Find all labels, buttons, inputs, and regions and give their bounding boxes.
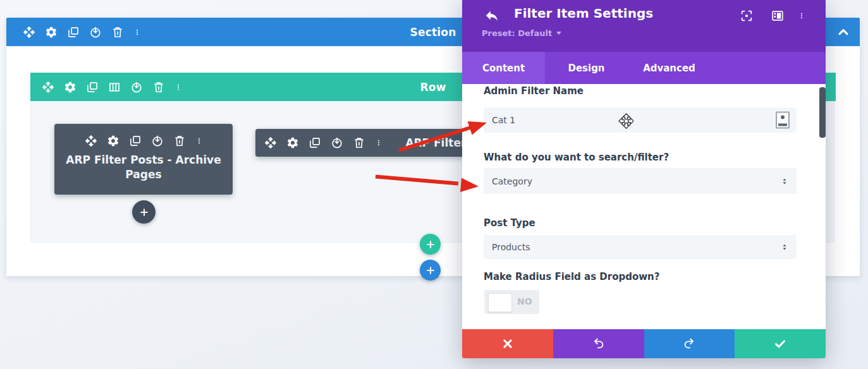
divi-builder-canvas: Section Row — [0, 0, 868, 369]
search-filter-select[interactable]: Category — [484, 168, 797, 194]
select-arrows-icon — [780, 176, 789, 186]
duplicate-icon[interactable] — [129, 135, 142, 147]
save-to-library-icon[interactable] — [130, 81, 143, 94]
check-icon — [773, 337, 787, 351]
move-icon[interactable] — [42, 81, 54, 94]
duplicate-icon[interactable] — [86, 81, 99, 94]
module-toolbar — [54, 124, 233, 147]
move-icon[interactable] — [85, 135, 97, 147]
save-to-library-icon[interactable] — [151, 135, 164, 147]
split-view-icon[interactable] — [771, 9, 785, 23]
plus-icon — [138, 207, 150, 218]
module-label: ARP Filter Posts - Archive Pages — [54, 153, 233, 182]
trash-icon[interactable] — [111, 26, 124, 39]
field-label: Admin Filter Name — [484, 85, 584, 97]
field-label: Make Radius Field as Dropdown? — [484, 271, 660, 282]
more-options-icon[interactable] — [375, 136, 382, 149]
modal-scrollbar-thumb[interactable] — [819, 87, 826, 138]
tab-advanced[interactable]: Advanced — [628, 52, 711, 84]
trash-icon[interactable] — [152, 81, 165, 94]
chevron-up-icon[interactable] — [835, 24, 852, 40]
modal-header: Filter Item Settings Preset: Default — [462, 0, 826, 52]
gear-icon[interactable] — [45, 26, 58, 39]
more-options-icon[interactable] — [133, 26, 141, 39]
gear-icon[interactable] — [286, 136, 299, 149]
save-to-library-icon[interactable] — [89, 26, 102, 39]
search-filter-value: Category — [492, 176, 532, 186]
field-label: What do you want to search/filter? — [484, 152, 669, 163]
discard-button[interactable] — [462, 329, 553, 358]
add-row-button[interactable] — [420, 234, 441, 255]
modal-title: Filter Item Settings — [514, 6, 653, 21]
add-section-button[interactable] — [420, 260, 441, 281]
save-button[interactable] — [735, 329, 826, 358]
tab-content[interactable]: Content — [462, 52, 545, 84]
gear-icon[interactable] — [64, 81, 76, 94]
radius-dropdown-toggle[interactable]: NO — [484, 290, 539, 314]
redo-icon — [682, 337, 696, 351]
admin-filter-name-field[interactable]: Cat 1 — [484, 107, 797, 133]
modal-tabs: Content Design Advanced — [462, 52, 826, 84]
trash-icon[interactable] — [353, 136, 365, 149]
more-options-icon[interactable] — [798, 9, 805, 23]
admin-filter-name-value: Cat 1 — [492, 115, 515, 125]
dynamic-content-icon[interactable] — [776, 112, 790, 129]
modal-body: Admin Filter Name Cat 1 What do you want… — [462, 84, 826, 329]
preset-label: Preset: Default — [482, 28, 552, 38]
module-arp-filter-posts-1[interactable]: ARP Filter Posts - Archive Pages — [54, 124, 233, 195]
preset-selector[interactable]: Preset: Default — [482, 28, 561, 38]
move-icon[interactable] — [264, 136, 277, 149]
select-arrows-icon — [780, 242, 789, 252]
post-type-select[interactable]: Products — [484, 235, 797, 259]
plus-icon — [425, 239, 436, 250]
focus-expand-icon[interactable] — [740, 9, 754, 23]
gear-icon[interactable] — [107, 135, 119, 147]
plus-icon — [425, 265, 436, 276]
move-icon[interactable] — [23, 26, 35, 39]
close-icon — [501, 337, 515, 351]
filter-item-settings-modal: Filter Item Settings Preset: Default Con… — [462, 0, 826, 358]
more-options-icon[interactable] — [195, 135, 203, 147]
undo-button[interactable] — [553, 329, 644, 358]
more-options-icon[interactable] — [174, 81, 182, 94]
redo-button[interactable] — [644, 329, 735, 358]
post-type-value: Products — [492, 242, 530, 252]
toggle-knob — [488, 293, 512, 312]
duplicate-icon[interactable] — [309, 136, 321, 149]
duplicate-icon[interactable] — [67, 26, 80, 39]
undo-icon — [592, 337, 606, 351]
toggle-state-label: NO — [517, 296, 532, 306]
columns-icon[interactable] — [108, 81, 121, 94]
add-module-button[interactable] — [132, 200, 156, 224]
modal-footer — [462, 329, 826, 358]
back-icon[interactable] — [484, 8, 499, 23]
chevron-down-icon — [556, 32, 561, 35]
tab-design[interactable]: Design — [545, 52, 628, 84]
section-label: Section — [410, 26, 456, 39]
save-to-library-icon[interactable] — [331, 136, 343, 149]
trash-icon[interactable] — [173, 135, 186, 147]
row-label: Row — [420, 81, 446, 94]
field-label: Post Type — [484, 217, 535, 229]
